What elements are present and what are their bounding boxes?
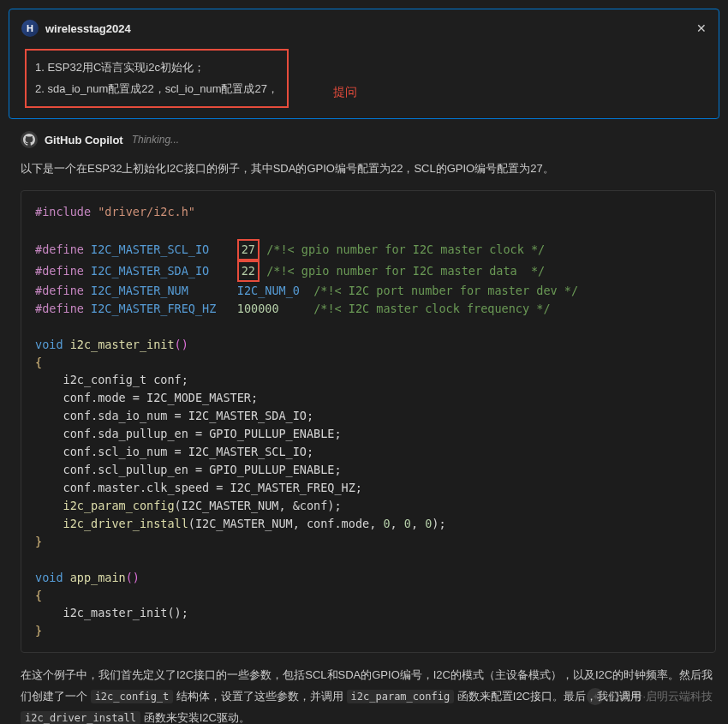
copilot-name: GitHub Copilot: [45, 134, 123, 147]
inline-code-install: i2c_driver_install: [21, 711, 140, 724]
scl-value-highlight: 27: [237, 239, 260, 260]
prompt-line-2: 2. sda_io_num配置成22，scl_io_num配置成27，: [35, 79, 278, 100]
user-avatar: H: [21, 20, 39, 37]
user-prompt-panel: H wirelesstag2024 ✕ 1. ESP32用C语言实现i2c初始化…: [9, 9, 719, 119]
watermark: ✦ 公众号·启明云端科技: [587, 688, 713, 705]
inline-code-config: i2c_config_t: [91, 690, 174, 703]
inline-code-param: i2c_param_config: [347, 690, 455, 703]
user-header: H wirelesstag2024: [21, 20, 707, 37]
copilot-header: GitHub Copilot Thinking...: [21, 131, 716, 148]
annotation-label: 提问: [333, 85, 357, 100]
close-icon[interactable]: ✕: [696, 21, 707, 35]
sda-value-highlight: 22: [237, 260, 260, 282]
copilot-status: Thinking...: [132, 134, 179, 146]
prompt-line-1: 1. ESP32用C语言实现i2c初始化；: [35, 57, 278, 79]
prompt-highlight-box: 1. ESP32用C语言实现i2c初始化； 2. sda_io_num配置成22…: [25, 49, 289, 108]
watermark-text: 公众号·启明云端科技: [609, 689, 713, 704]
copilot-icon: [21, 131, 38, 148]
wechat-icon: ✦: [587, 688, 604, 705]
response-intro: 以下是一个在ESP32上初始化I2C接口的例子，其中SDA的GPIO编号配置为2…: [21, 160, 716, 178]
code-block: #include "driver/i2c.h" #define I2C_MAST…: [21, 190, 716, 653]
username: wirelesstag2024: [45, 22, 131, 35]
copilot-response: GitHub Copilot Thinking... 以下是一个在ESP32上初…: [21, 131, 716, 653]
